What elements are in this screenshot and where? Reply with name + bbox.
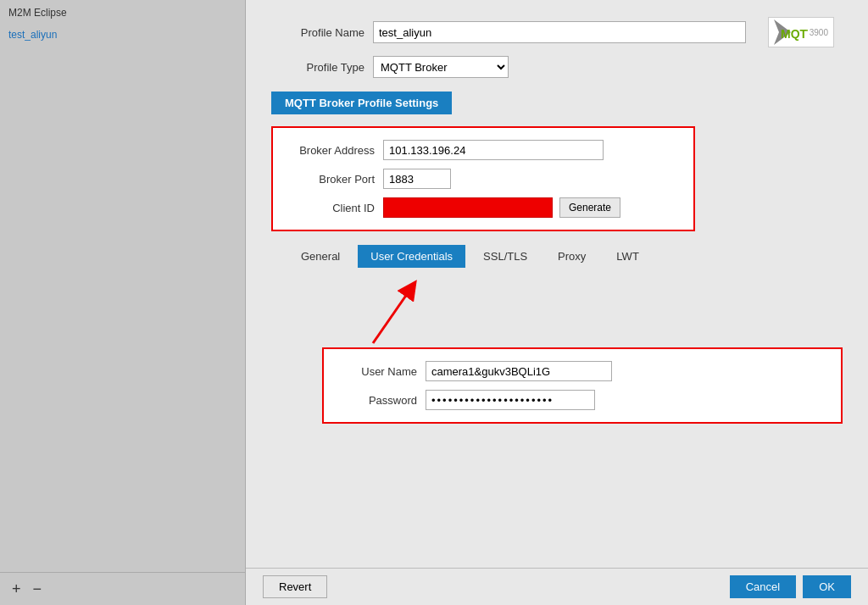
revert-button[interactable]: Revert <box>263 575 327 598</box>
profile-type-row: Profile Type MQTT Broker <box>271 56 843 78</box>
profile-name-label: Profile Name <box>271 26 373 39</box>
broker-port-label: Broker Port <box>290 173 383 186</box>
add-button[interactable]: + <box>12 581 21 597</box>
mqtt-version: 3900 <box>810 28 828 37</box>
ok-button[interactable]: OK <box>803 575 851 598</box>
tabs-bar: General User Credentials SSL/TLS Proxy L… <box>271 245 843 268</box>
broker-settings-box: Broker Address Broker Port Client ID Gen… <box>271 126 695 231</box>
svg-line-3 <box>373 288 411 343</box>
password-label: Password <box>341 394 426 407</box>
main-panel: Profile Name MQTT 3900 Profile Type MQTT… <box>246 0 868 605</box>
tab-user-credentials[interactable]: User Credentials <box>358 245 465 268</box>
content-area: Profile Name MQTT 3900 Profile Type MQTT… <box>246 0 868 568</box>
broker-port-row: Broker Port <box>290 169 676 189</box>
client-id-label: Client ID <box>290 202 383 214</box>
profile-name-row: Profile Name MQTT 3900 <box>271 17 843 47</box>
svg-text:MQTT: MQTT <box>781 27 808 41</box>
footer-right: Cancel OK <box>730 575 851 598</box>
broker-settings-button[interactable]: MQTT Broker Profile Settings <box>271 92 452 114</box>
remove-button[interactable]: − <box>33 581 42 597</box>
profile-name-input[interactable] <box>373 21 746 43</box>
sidebar: M2M Eclipse test_aliyun + − <box>0 0 246 605</box>
credentials-section: User Name Password <box>271 280 843 424</box>
password-row: Password <box>341 390 824 410</box>
profile-type-wrapper: MQTT Broker <box>373 56 509 78</box>
client-id-row: Client ID Generate <box>290 197 676 218</box>
credentials-box: User Name Password <box>322 347 843 424</box>
profile-type-label: Profile Type <box>271 61 373 74</box>
broker-address-row: Broker Address <box>290 140 676 160</box>
mqtt-logo: MQTT 3900 <box>768 17 834 47</box>
generate-button[interactable]: Generate <box>559 197 620 218</box>
profile-type-select[interactable]: MQTT Broker <box>373 56 509 78</box>
cancel-button[interactable]: Cancel <box>730 575 796 598</box>
mqtt-logo-icon: MQTT <box>774 19 808 45</box>
broker-address-input[interactable] <box>383 140 604 160</box>
arrow-area <box>339 280 843 347</box>
broker-address-label: Broker Address <box>290 144 383 157</box>
tab-proxy[interactable]: Proxy <box>545 245 598 268</box>
tab-lwt[interactable]: LWT <box>604 245 651 268</box>
username-row: User Name <box>341 361 824 381</box>
tab-general[interactable]: General <box>288 245 353 268</box>
client-id-input[interactable] <box>383 197 553 218</box>
username-input[interactable] <box>426 361 612 381</box>
broker-port-input[interactable] <box>383 169 451 189</box>
password-input[interactable] <box>426 390 595 410</box>
sidebar-item-test-aliyun[interactable]: test_aliyun <box>0 25 245 44</box>
footer: Revert Cancel OK <box>246 568 868 605</box>
sidebar-title: M2M Eclipse <box>0 0 245 25</box>
username-label: User Name <box>341 365 426 378</box>
arrow-icon <box>364 280 432 347</box>
tab-ssl-tls[interactable]: SSL/TLS <box>470 245 540 268</box>
sidebar-bottom: + − <box>0 572 245 605</box>
